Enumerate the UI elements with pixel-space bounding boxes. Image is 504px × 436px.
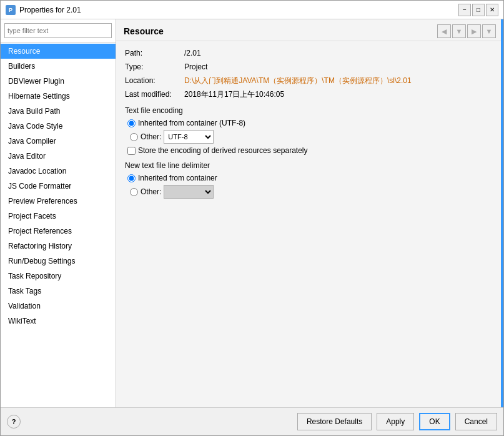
nav-back-dropdown-button[interactable]: ▼ bbox=[452, 24, 466, 38]
filter-box bbox=[1, 19, 116, 42]
sidebar-item-js-code-formatter[interactable]: JS Code Formatter bbox=[1, 179, 116, 194]
sidebar-item-hibernate-settings[interactable]: Hibernate Settings bbox=[1, 89, 116, 104]
filter-input[interactable] bbox=[4, 23, 112, 38]
delimiter-select[interactable] bbox=[164, 185, 214, 199]
inherited-delimiter-radio[interactable] bbox=[127, 174, 136, 182]
other-encoding-label: Other: bbox=[141, 132, 161, 141]
title-bar: P Properties for 2.01 − □ ✕ bbox=[1, 1, 503, 19]
other-delimiter-label: Other: bbox=[141, 187, 161, 196]
line-delimiter-radio-group: Inherited from container Other: bbox=[127, 174, 495, 199]
title-buttons: − □ ✕ bbox=[458, 4, 498, 16]
other-encoding-row: Other: UTF-8 UTF-16 ISO-8859-1 US-ASCII bbox=[130, 130, 495, 144]
location-label: Location: bbox=[125, 75, 184, 86]
sidebar-item-builders[interactable]: Builders bbox=[1, 59, 116, 74]
inherited-delimiter-label: Inherited from container bbox=[138, 174, 217, 182]
apply-button[interactable]: Apply bbox=[377, 413, 414, 430]
bottom-left: ? bbox=[7, 415, 292, 429]
window-icon: P bbox=[6, 5, 16, 15]
right-header: Resource ◀ ▼ ▶ ▼ bbox=[116, 19, 503, 41]
text-encoding-radio-group: Inherited from container (UTF-8) Other: … bbox=[127, 119, 495, 144]
sidebar-item-wikitext[interactable]: WikiText bbox=[1, 314, 116, 329]
sidebar-item-task-repository[interactable]: Task Repository bbox=[1, 269, 116, 284]
other-delimiter-row: Other: bbox=[130, 185, 495, 199]
sidebar-item-java-code-style[interactable]: Java Code Style bbox=[1, 119, 116, 134]
inherited-delimiter-row: Inherited from container bbox=[127, 174, 495, 182]
type-value: Project bbox=[184, 61, 207, 72]
nav-forward-button[interactable]: ▶ bbox=[467, 24, 481, 38]
ok-button[interactable]: OK bbox=[419, 413, 450, 430]
tree-list: ResourceBuildersDBViewer PluginHibernate… bbox=[1, 42, 116, 407]
type-label: Type: bbox=[125, 61, 184, 72]
minimize-button[interactable]: − bbox=[458, 4, 471, 16]
path-row: Path: /2.01 bbox=[125, 47, 495, 59]
nav-back-button[interactable]: ◀ bbox=[437, 24, 451, 38]
right-panel: Resource ◀ ▼ ▶ ▼ Path: /2.01 Type: Proje… bbox=[116, 19, 503, 407]
location-value: D:\从入门到精通JAVA\TM（实例源程序）\TM（实例源程序）\sl\2.0… bbox=[184, 75, 412, 86]
properties-window: P Properties for 2.01 − □ ✕ ResourceBuil… bbox=[0, 0, 504, 436]
encoding-select[interactable]: UTF-8 UTF-16 ISO-8859-1 US-ASCII bbox=[164, 130, 214, 144]
cancel-button[interactable]: Cancel bbox=[455, 413, 497, 430]
line-delimiter-section-title: New text file line delimiter bbox=[125, 161, 495, 170]
left-panel: ResourceBuildersDBViewer PluginHibernate… bbox=[1, 19, 116, 407]
other-encoding-radio[interactable] bbox=[130, 133, 138, 141]
restore-button[interactable]: □ bbox=[472, 4, 485, 16]
bottom-bar: ? Restore Defaults Apply OK Cancel bbox=[1, 407, 503, 435]
nav-menu-button[interactable]: ▼ bbox=[482, 24, 496, 38]
inherited-encoding-row: Inherited from container (UTF-8) bbox=[127, 119, 495, 127]
last-modified-value: 2018年11月17日上午10:46:05 bbox=[184, 89, 284, 100]
title-bar-left: P Properties for 2.01 bbox=[6, 5, 81, 15]
restore-defaults-button[interactable]: Restore Defaults bbox=[297, 413, 372, 430]
sidebar-item-resource[interactable]: Resource bbox=[1, 44, 116, 59]
content-area: ResourceBuildersDBViewer PluginHibernate… bbox=[1, 19, 503, 407]
other-delimiter-radio[interactable] bbox=[130, 188, 138, 196]
window-title: Properties for 2.01 bbox=[19, 6, 81, 14]
right-panel-title: Resource bbox=[124, 26, 164, 36]
sidebar-item-refactoring-history[interactable]: Refactoring History bbox=[1, 239, 116, 254]
sidebar-item-javadoc-location[interactable]: Javadoc Location bbox=[1, 164, 116, 179]
sidebar-item-preview-preferences[interactable]: Preview Preferences bbox=[1, 194, 116, 209]
sidebar-item-java-compiler[interactable]: Java Compiler bbox=[1, 134, 116, 149]
sidebar-item-dbviewer-plugin[interactable]: DBViewer Plugin bbox=[1, 74, 116, 89]
sidebar-item-validation[interactable]: Validation bbox=[1, 299, 116, 314]
help-button[interactable]: ? bbox=[7, 415, 21, 429]
store-encoding-row: Store the encoding of derived resources … bbox=[127, 146, 495, 155]
sidebar-item-java-editor[interactable]: Java Editor bbox=[1, 149, 116, 164]
sidebar-item-project-facets[interactable]: Project Facets bbox=[1, 209, 116, 224]
store-encoding-checkbox[interactable] bbox=[127, 147, 136, 155]
text-encoding-section-title: Text file encoding bbox=[125, 106, 495, 115]
nav-buttons: ◀ ▼ ▶ ▼ bbox=[437, 24, 496, 38]
sidebar-item-project-references[interactable]: Project References bbox=[1, 224, 116, 239]
last-modified-row: Last modified: 2018年11月17日上午10:46:05 bbox=[125, 89, 495, 100]
sidebar-item-java-build-path[interactable]: Java Build Path bbox=[1, 104, 116, 119]
inherited-encoding-label: Inherited from container (UTF-8) bbox=[138, 119, 245, 127]
store-encoding-label: Store the encoding of derived resources … bbox=[138, 146, 308, 155]
type-row: Type: Project bbox=[125, 61, 495, 72]
close-button[interactable]: ✕ bbox=[486, 4, 498, 16]
sidebar-item-run-debug-settings[interactable]: Run/Debug Settings bbox=[1, 254, 116, 269]
right-content: Path: /2.01 Type: Project Location: D:\从… bbox=[116, 41, 503, 407]
path-label: Path: bbox=[125, 47, 184, 59]
path-value: /2.01 bbox=[184, 47, 201, 59]
sidebar-item-task-tags[interactable]: Task Tags bbox=[1, 284, 116, 299]
inherited-encoding-radio[interactable] bbox=[127, 119, 136, 127]
location-row: Location: D:\从入门到精通JAVA\TM（实例源程序）\TM（实例源… bbox=[125, 75, 495, 86]
last-modified-label: Last modified: bbox=[125, 89, 184, 100]
